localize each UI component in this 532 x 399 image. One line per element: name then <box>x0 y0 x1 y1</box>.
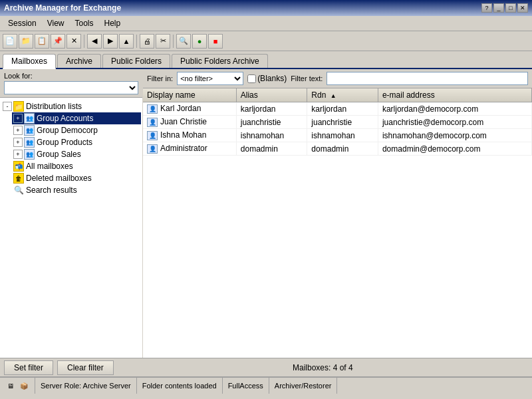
folder-icon-dist: 📁 <box>13 101 24 112</box>
cell-email: domadmin@democorp.com <box>378 142 531 156</box>
expand-group-accounts[interactable]: + <box>13 114 23 123</box>
tab-public-folders-archive[interactable]: Public Folders Archive <box>172 54 268 68</box>
expand-group-sales[interactable]: + <box>13 150 23 159</box>
tree-item-group-democorp[interactable]: + 👥 Group Democorp <box>12 124 141 136</box>
menu-tools[interactable]: Tools <box>70 17 99 29</box>
folder-icon-deleted: 🗑 <box>13 173 24 184</box>
toolbar: 📄 📁 📋 📌 ✕ ◀ ▶ ▲ 🖨 ✂ 🔍 ● ■ <box>0 31 532 51</box>
tree-spacer-all <box>3 161 12 172</box>
row-person-icon: 👤 <box>147 131 158 140</box>
toolbar-forward[interactable]: ▶ <box>103 34 118 49</box>
row-person-icon: 👤 <box>147 144 158 154</box>
table-row[interactable]: 👤Juan Christiejuanchristiejuanchristieju… <box>143 116 532 129</box>
toolbar-connect[interactable]: ● <box>192 34 207 49</box>
filter-text-input[interactable] <box>327 72 528 85</box>
toolbar-print[interactable]: 🖨 <box>140 34 154 49</box>
main-content: Look for: - 📁 Distribution lists + 👥 Gro… <box>0 69 532 358</box>
left-panel: Look for: - 📁 Distribution lists + 👥 Gro… <box>0 69 143 358</box>
cell-display-name: 👤Ishna Mohan <box>143 129 236 142</box>
tab-public-folders[interactable]: Public Folders <box>102 54 170 68</box>
cell-display-name: 👤Juan Christie <box>143 116 236 129</box>
toolbar-up[interactable]: ▲ <box>119 34 134 49</box>
status-icon-2: 📦 <box>19 380 29 391</box>
close-btn[interactable]: ✕ <box>517 3 528 13</box>
cell-display-name: 👤Administrator <box>143 142 236 156</box>
tree-item-deleted-mailboxes[interactable]: 🗑 Deleted mailboxes <box>1 172 141 184</box>
group-icon-democorp: 👥 <box>24 125 35 136</box>
minimize-btn[interactable]: _ <box>493 3 504 13</box>
menu-bar: Session View Tools Help <box>0 16 532 31</box>
tree-item-group-sales[interactable]: + 👥 Group Sales <box>12 148 141 160</box>
toolbar-stop[interactable]: ■ <box>208 34 223 49</box>
tree-item-distribution-lists[interactable]: - 📁 Distribution lists <box>1 100 141 112</box>
status-access: FullAccess <box>223 378 269 394</box>
look-for-select[interactable] <box>4 81 138 94</box>
menu-view[interactable]: View <box>42 17 70 29</box>
filter-in-label: Filter in: <box>147 74 173 82</box>
tab-bar: Mailboxes Archive Public Folders Public … <box>0 51 532 69</box>
filter-in-select[interactable]: <no filter> <box>177 72 243 85</box>
table-row[interactable]: 👤Administratordomadmindomadmindomadmin@d… <box>143 142 532 156</box>
toolbar-paste[interactable]: 📌 <box>51 34 65 49</box>
menu-session[interactable]: Session <box>3 17 42 29</box>
tree-label-all-mailboxes: All mailboxes <box>26 162 73 171</box>
tree-item-all-mailboxes[interactable]: 📬 All mailboxes <box>1 160 141 172</box>
toolbar-back[interactable]: ◀ <box>87 34 102 49</box>
toolbar-delete[interactable]: ✕ <box>66 34 81 49</box>
window-controls: ? _ □ ✕ <box>481 3 528 13</box>
expand-dist[interactable]: - <box>3 102 12 111</box>
col-alias[interactable]: Alias <box>236 88 307 102</box>
expand-group-products[interactable]: + <box>13 138 23 147</box>
look-for-section: Look for: <box>0 69 142 98</box>
set-filter-button[interactable]: Set filter <box>4 360 53 375</box>
col-rdn[interactable]: Rdn ▲ <box>307 88 378 102</box>
folder-icon-all: 📬 <box>13 161 24 172</box>
sep1 <box>84 35 84 48</box>
window-title: Archive Manager for Exchange <box>4 3 121 13</box>
toolbar-new[interactable]: 📄 <box>3 34 17 49</box>
expand-group-democorp[interactable]: + <box>13 126 23 135</box>
status-role: Archiver/Restorer <box>269 378 338 394</box>
cell-alias: domadmin <box>236 142 307 156</box>
table-row[interactable]: 👤Ishna Mohanishnamohanishnamohanishnamoh… <box>143 129 532 142</box>
cell-alias: juanchristie <box>236 116 307 129</box>
right-panel: Filter in: <no filter> (Blanks) Filter t… <box>143 69 532 358</box>
mailbox-count-status: Mailboxes: 4 of 4 <box>118 363 528 372</box>
status-icons: 🖥 📦 <box>0 378 35 394</box>
table-row[interactable]: 👤Karl Jordankarljordankarljordankarljord… <box>143 102 532 116</box>
maximize-btn[interactable]: □ <box>505 3 516 13</box>
tree-label-group-sales: Group Sales <box>37 150 81 159</box>
tree-item-search-results[interactable]: 🔍 Search results <box>1 184 141 196</box>
tree-label-group-democorp: Group Democorp <box>37 126 98 135</box>
clear-filter-button[interactable]: Clear filter <box>57 360 114 375</box>
blanks-check-area: (Blanks) <box>247 74 287 83</box>
menu-help[interactable]: Help <box>99 17 126 29</box>
toolbar-open[interactable]: 📁 <box>19 34 33 49</box>
cell-alias: ishnamohan <box>236 129 307 142</box>
status-bar: 🖥 📦 Server Role: Archive Server Folder c… <box>0 376 532 394</box>
blanks-label: (Blanks) <box>257 74 287 83</box>
cell-email: ishnamohan@democorp.com <box>378 129 531 142</box>
sep3 <box>173 35 174 48</box>
toolbar-cut[interactable]: ✂ <box>156 34 170 49</box>
status-server-role: Server Role: Archive Server <box>35 378 137 394</box>
filter-text-label: Filter text: <box>291 74 323 82</box>
toolbar-search[interactable]: 🔍 <box>176 34 191 49</box>
filter-bar: Filter in: <no filter> (Blanks) Filter t… <box>143 69 532 88</box>
status-icon-1: 🖥 <box>5 380 16 391</box>
toolbar-copy[interactable]: 📋 <box>35 34 49 49</box>
tab-mailboxes[interactable]: Mailboxes <box>3 54 56 69</box>
cell-alias: karljordan <box>236 102 307 116</box>
blanks-checkbox[interactable] <box>247 74 256 83</box>
col-display-name[interactable]: Display name <box>143 88 236 102</box>
group-icon-accounts: 👥 <box>24 113 35 124</box>
row-person-icon: 👤 <box>147 118 158 127</box>
tree-label-group-accounts: Group Accounts <box>37 114 93 123</box>
tree-item-group-products[interactable]: + 👥 Group Products <box>12 136 141 148</box>
help-btn[interactable]: ? <box>481 3 492 13</box>
col-email[interactable]: e-mail address <box>378 88 531 102</box>
table-container: Display name Alias Rdn ▲ e-mail address <box>143 88 532 358</box>
tab-archive[interactable]: Archive <box>57 54 101 68</box>
tree-item-group-accounts[interactable]: + 👥 Group Accounts <box>12 112 141 124</box>
sep2 <box>136 35 137 48</box>
